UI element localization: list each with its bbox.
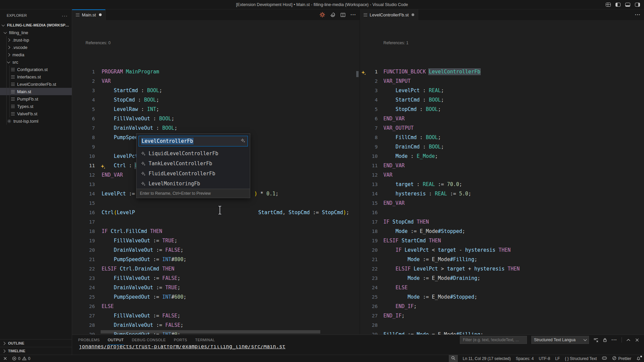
- panel-tab-ports[interactable]: PORTS: [174, 335, 187, 345]
- sidebar-item-src[interactable]: src: [0, 58, 72, 66]
- swirl-icon[interactable]: [330, 12, 335, 17]
- code-line[interactable]: 22ELSIF Ctrl.DrainCmd THEN: [72, 264, 360, 274]
- code-line[interactable]: 20 DrainValveOut := FALSE;: [72, 245, 360, 255]
- code-line[interactable]: 16: [360, 208, 644, 217]
- status-indentation[interactable]: Spaces: 4: [516, 355, 534, 362]
- code-line[interactable]: 18IF Ctrl.FillCmd THEN: [72, 227, 360, 236]
- code-line[interactable]: 10 Mode : E_Mode;: [360, 152, 644, 161]
- code-line[interactable]: 13 target : REAL := 70.0;: [360, 180, 644, 189]
- code-line[interactable]: 28 DrainValveOut := FALSE;: [72, 320, 360, 330]
- code-line[interactable]: 27 FillValveOut := FALSE;: [72, 311, 360, 320]
- panel-tab-output[interactable]: OUTPUT: [108, 335, 124, 345]
- code-line[interactable]: 2VAR: [72, 76, 360, 86]
- layout-sidebar-left-icon[interactable]: [615, 3, 621, 7]
- code-line[interactable]: 21 PumpSpeedOut := INT#800;: [72, 255, 360, 264]
- code-line[interactable]: 6 FillValveOut : BOOL;: [72, 114, 360, 123]
- maximize-panel-icon[interactable]: [626, 338, 631, 342]
- rename-suggestion[interactable]: LevelMonitoringFb: [137, 179, 250, 189]
- sidebar-item-main-st[interactable]: Main.st: [0, 88, 72, 95]
- more-actions-icon[interactable]: ···: [351, 12, 356, 17]
- code-line[interactable]: 22 ELSIF LevelPct > target + hysteresis …: [360, 264, 644, 274]
- output-filter-input[interactable]: [460, 336, 527, 344]
- split-editor-icon[interactable]: [340, 12, 345, 17]
- status-cursor-position[interactable]: Ln 11, Col 29 (17 selected): [463, 355, 511, 362]
- code-line[interactable]: 18 Mode := E_Mode#Stopped;: [360, 227, 644, 236]
- rename-suggestion[interactable]: FluidLevelControllerFb: [137, 169, 250, 179]
- code-line[interactable]: 29FillCmd := Mode = E_Mode#Filling;: [360, 330, 644, 335]
- code-line[interactable]: 23 FillValveOut := FALSE;: [72, 274, 360, 283]
- code-line[interactable]: 25 Mode := E_Mode#Stopped;: [360, 292, 644, 302]
- code-line[interactable]: 17: [72, 217, 360, 227]
- close-panel-icon[interactable]: [635, 338, 639, 342]
- code-line[interactable]: 24 DrainValveOut := TRUE;: [72, 283, 360, 292]
- code-line[interactable]: 15: [72, 198, 360, 208]
- more-actions-icon[interactable]: ···: [611, 337, 617, 343]
- problems-status[interactable]: 00: [12, 355, 30, 362]
- code-line[interactable]: 26ELSE: [72, 302, 360, 311]
- panel-tab-debug-console[interactable]: DEBUG CONSOLE: [132, 335, 166, 345]
- output-file-link[interactable]: johannes/projects/trust-platform/example…: [79, 345, 643, 350]
- code-line[interactable]: 11END_VAR: [360, 161, 644, 170]
- code-line[interactable]: 7 DrainValveOut : BOOL;: [72, 123, 360, 133]
- code-line[interactable]: 26 END_IF;: [360, 302, 644, 311]
- starburst-icon[interactable]: [320, 12, 325, 17]
- status-language-mode[interactable]: { } Structured Text: [565, 355, 597, 362]
- code-line[interactable]: 19 FillValveOut := TRUE;: [72, 236, 360, 245]
- sidebar-item-interfaces-st[interactable]: Interfaces.st: [0, 73, 72, 80]
- code-line[interactable]: 28: [360, 320, 644, 330]
- code-line[interactable]: 5 LevelRaw : INT;: [72, 105, 360, 114]
- code-line[interactable]: 16Ctrl(LevelPStartCmd, StopCmd := StopCm…: [72, 208, 360, 217]
- status-eol[interactable]: LF: [555, 355, 560, 362]
- code-line[interactable]: 24 ELSE: [360, 283, 644, 292]
- status-notifications[interactable]: [636, 355, 641, 362]
- status-copilot[interactable]: [602, 355, 607, 362]
- code-line[interactable]: 8 FillCmd : BOOL;: [360, 133, 644, 142]
- sidebar-item--trust-lsp[interactable]: .trust-lsp: [0, 36, 72, 44]
- sidebar-section-timeline[interactable]: TIMELINE: [0, 347, 72, 355]
- rename-suggestion[interactable]: TankLevelControllerFb: [137, 159, 250, 169]
- code-line[interactable]: 3 StartCmd : BOOL;: [72, 86, 360, 95]
- code-line[interactable]: 6END_VAR: [360, 114, 644, 123]
- sidebar-item-trust-lsp-toml[interactable]: trust-lsp.toml: [0, 117, 72, 125]
- codelens-references[interactable]: References: 0: [72, 39, 360, 48]
- sidebar-item-types-st[interactable]: Types.st: [0, 103, 72, 110]
- code-line[interactable]: 20 IF LevelPct < target - hysteresis THE…: [360, 245, 644, 255]
- code-line[interactable]: 27END_IF;: [360, 311, 644, 320]
- code-line[interactable]: 4 StartCmd : BOOL;: [360, 95, 644, 105]
- sidebar-item--vscode[interactable]: .vscode: [0, 44, 72, 51]
- layout-sidebar-right-icon[interactable]: [635, 3, 640, 7]
- code-line[interactable]: 3 LevelPct : REAL;: [360, 86, 644, 95]
- tab-levelcontrollerfb-st[interactable]: LevelControllerFb.st: [360, 9, 418, 20]
- output-channel-select[interactable]: Structured Text Langua: [531, 336, 589, 344]
- code-line[interactable]: 17IF StopCmd THEN: [360, 217, 644, 227]
- sidebar-item-media[interactable]: media: [0, 51, 72, 58]
- code-line[interactable]: 2VAR_INPUT: [360, 76, 644, 86]
- codelens-references[interactable]: References: 1: [360, 39, 644, 48]
- code-line[interactable]: 5 StopCmd : BOOL;: [360, 105, 644, 114]
- workspace-row[interactable]: FILLING-LINE-MEDIA (WORKSPACE): [0, 21, 72, 29]
- code-line[interactable]: 23 Mode := E_Mode#Draining;: [360, 274, 644, 283]
- tab-main-st[interactable]: Main.st: [72, 9, 106, 20]
- sidebar-section-outline[interactable]: OUTLINE: [0, 339, 72, 347]
- panel-tab-problems[interactable]: PROBLEMS: [78, 335, 100, 345]
- sidebar-item-levelcontrollerfb-st[interactable]: LevelControllerFb.st: [0, 80, 72, 88]
- status-formatter[interactable]: Prettier: [612, 355, 631, 362]
- editor-levelcontrollerfb-st[interactable]: References: 1 1FUNCTION_BLOCK LevelContr…: [360, 20, 644, 335]
- rename-input[interactable]: LevelControllerFb: [139, 136, 248, 146]
- status-encoding[interactable]: UTF-8: [539, 355, 550, 362]
- window-indicator[interactable]: [3, 355, 7, 362]
- code-line[interactable]: 4 StopCmd : BOOL;: [72, 95, 360, 105]
- code-line[interactable]: 9 DrainCmd : BOOL;: [360, 142, 644, 152]
- code-line[interactable]: 21 Mode := E_Mode#Filling;: [360, 255, 644, 264]
- layout-panel-icon[interactable]: [625, 3, 630, 7]
- rename-suggestion[interactable]: LiquidLevelControllerFb: [137, 148, 250, 159]
- code-line[interactable]: 25 PumpSpeedOut := INT#600;: [72, 292, 360, 302]
- output-content[interactable]: johannes/projects/trust-platform/example…: [79, 345, 643, 355]
- code-line[interactable]: 1FUNCTION_BLOCK LevelControllerFb: [360, 67, 644, 76]
- lock-icon[interactable]: [603, 338, 607, 343]
- clear-output-icon[interactable]: [593, 338, 598, 343]
- panel-tab-terminal[interactable]: TERMINAL: [195, 335, 215, 345]
- sparkle-icon[interactable]: [361, 69, 366, 74]
- code-line[interactable]: 1PROGRAM MainProgram: [72, 67, 360, 76]
- layout-grid-icon[interactable]: [606, 3, 611, 7]
